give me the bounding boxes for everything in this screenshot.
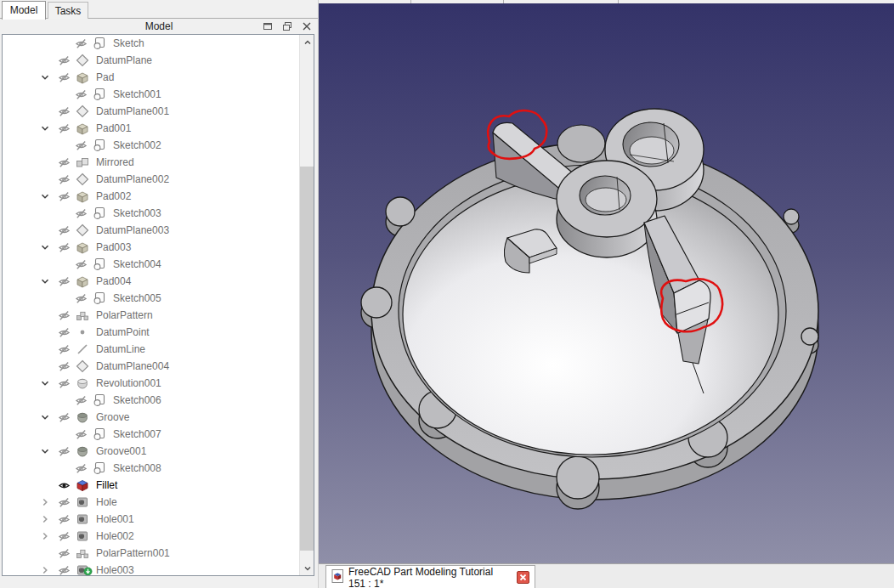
tree-item-datumplane003[interactable]: DatumPlane003 [3, 222, 299, 239]
model-tree: SketchDatumPlanePadSketch001DatumPlane00… [3, 35, 299, 575]
datum-plane-icon [75, 223, 90, 237]
tree-item-sketch004[interactable]: Sketch004 [3, 256, 299, 273]
tree-item-sketch006[interactable]: Sketch006 [3, 392, 299, 409]
expander-spacer [37, 359, 54, 373]
tree-item-hole002[interactable]: Hole002 [3, 528, 299, 545]
hidden-eye-icon [56, 275, 72, 288]
scroll-down-icon[interactable] [300, 561, 314, 575]
expander-spacer [37, 325, 54, 339]
tree-item-hole003[interactable]: Hole003 [3, 562, 299, 575]
tree-item-sketch007[interactable]: Sketch007 [3, 426, 299, 443]
chevron-down-icon[interactable] [37, 410, 54, 424]
tree-item-hole[interactable]: Hole [3, 494, 299, 511]
tree-item-sketch008[interactable]: Sketch008 [3, 460, 299, 477]
tree-item-groove001[interactable]: Groove001 [3, 443, 299, 460]
tree-scrollbar[interactable] [299, 35, 314, 575]
tree-item-datumline[interactable]: DatumLine [3, 341, 299, 358]
tree-item-label: Sketch001 [113, 88, 161, 100]
chevron-down-icon[interactable] [37, 71, 54, 84]
tree-item-revolution001[interactable]: Revolution001 [3, 375, 299, 392]
expander-spacer [37, 105, 54, 118]
chevron-down-icon[interactable] [37, 444, 54, 458]
tree-item-pad001[interactable]: Pad001 [3, 120, 299, 137]
tree-item-label: Sketch007 [113, 428, 161, 440]
chevron-down-icon[interactable] [37, 122, 54, 135]
chevron-right-icon[interactable] [37, 512, 54, 526]
tree-item-label: Sketch004 [113, 258, 161, 270]
close-icon[interactable] [301, 20, 313, 32]
hidden-eye-icon [56, 564, 72, 576]
hidden-eye-icon [56, 190, 72, 203]
tree-item-datumplane001[interactable]: DatumPlane001 [3, 103, 299, 120]
hidden-eye-icon [56, 326, 72, 339]
sketch-icon [92, 427, 107, 441]
tree-item-datumplane004[interactable]: DatumPlane004 [3, 358, 299, 375]
tree-item-sketch[interactable]: Sketch [3, 35, 299, 52]
document-tab-label: FreeCAD Part Modeling Tutorial 151 : 1* [348, 566, 512, 588]
hidden-eye-icon [73, 292, 89, 305]
tree-item-label: DatumPoint [96, 326, 150, 338]
tree-item-groove[interactable]: Groove [3, 409, 299, 426]
expander-spacer [54, 139, 71, 152]
sketch-icon [92, 257, 107, 271]
tab-tasks[interactable]: Tasks [48, 2, 88, 19]
scrollbar-thumb[interactable] [300, 167, 314, 551]
hidden-eye-icon [56, 71, 72, 84]
tab-close-icon[interactable] [517, 571, 529, 584]
tree-item-label: Groove [96, 411, 129, 423]
chevron-down-icon[interactable] [37, 189, 54, 203]
hole-icon [75, 512, 90, 526]
document-tab-bar: FreeCAD Part Modeling Tutorial 151 : 1* [319, 563, 894, 588]
tree-item-datumplane[interactable]: DatumPlane [3, 52, 299, 69]
tree-item-pad002[interactable]: Pad002 [3, 188, 299, 205]
polar-pattern-icon [75, 546, 90, 560]
tree-item-pad[interactable]: Pad [3, 69, 299, 86]
tree-item-datumpoint[interactable]: DatumPoint [3, 324, 299, 341]
visible-eye-icon [56, 479, 72, 492]
float-icon[interactable] [281, 20, 293, 32]
tree-item-label: Hole002 [96, 530, 134, 542]
hidden-eye-icon [56, 54, 72, 67]
tree-item-mirrored[interactable]: Mirrored [3, 154, 299, 171]
sketch-icon [92, 37, 107, 50]
tree-item-sketch002[interactable]: Sketch002 [3, 137, 299, 154]
tree-item-label: Sketch [113, 37, 144, 49]
chevron-down-icon[interactable] [37, 240, 54, 254]
tree-item-sketch003[interactable]: Sketch003 [3, 205, 299, 222]
hidden-eye-icon [73, 37, 89, 50]
tree-item-sketch005[interactable]: Sketch005 [3, 290, 299, 307]
tab-model[interactable]: Model [2, 1, 46, 20]
document-tab[interactable]: FreeCAD Part Modeling Tutorial 151 : 1* [325, 565, 535, 588]
expander-spacer [37, 546, 54, 560]
pad-icon [75, 71, 90, 84]
chevron-right-icon[interactable] [37, 529, 54, 543]
tree-item-polarpattern001[interactable]: PolarPattern001 [3, 545, 299, 562]
hidden-eye-icon [56, 122, 72, 135]
hidden-eye-icon [56, 496, 72, 509]
tree-item-sketch001[interactable]: Sketch001 [3, 86, 299, 103]
3d-viewport[interactable] [319, 3, 894, 563]
hidden-eye-icon [56, 156, 72, 169]
sketch-icon [92, 291, 107, 305]
restore-icon[interactable] [262, 20, 274, 32]
chevron-right-icon[interactable] [37, 495, 54, 509]
chevron-down-icon[interactable] [37, 376, 54, 390]
tree-item-hole001[interactable]: Hole001 [3, 511, 299, 528]
tree-item-pad004[interactable]: Pad004 [3, 273, 299, 290]
chevron-down-icon[interactable] [37, 274, 54, 288]
expander-spacer [54, 461, 71, 475]
hidden-eye-icon [73, 207, 89, 220]
chevron-right-icon[interactable] [37, 563, 54, 575]
tree-item-fillet[interactable]: Fillet [3, 477, 299, 494]
hidden-eye-icon [56, 530, 72, 543]
boss-bump [557, 125, 605, 162]
hidden-eye-icon [73, 428, 89, 441]
scroll-up-icon[interactable] [300, 35, 314, 49]
tree-item-datumplane002[interactable]: DatumPlane002 [3, 171, 299, 188]
tree-item-polarpattern[interactable]: PolarPattern [3, 307, 299, 324]
pad-icon [75, 189, 90, 203]
expander-spacer [54, 37, 71, 50]
tree-item-pad003[interactable]: Pad003 [3, 239, 299, 256]
hidden-eye-icon [56, 105, 72, 118]
tree-item-label: Hole001 [96, 513, 134, 525]
